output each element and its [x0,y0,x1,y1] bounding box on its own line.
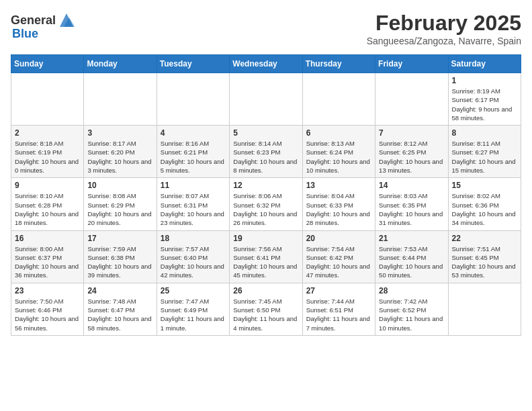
calendar-cell [11,73,84,126]
day-number: 16 [15,234,80,243]
day-number: 18 [161,234,226,243]
calendar-week-row: 1Sunrise: 8:19 AM Sunset: 6:17 PM Daylig… [11,73,521,126]
day-info: Sunrise: 7:59 AM Sunset: 6:38 PM Dayligh… [87,244,152,280]
weekday-header-saturday: Saturday [448,55,521,73]
day-info: Sunrise: 8:02 AM Sunset: 6:36 PM Dayligh… [452,191,517,227]
weekday-header-friday: Friday [375,55,448,73]
calendar-cell [302,73,375,126]
calendar-cell: 20Sunrise: 7:54 AM Sunset: 6:42 PM Dayli… [302,230,375,283]
calendar-cell: 28Sunrise: 7:42 AM Sunset: 6:52 PM Dayli… [375,283,448,335]
day-number: 6 [306,128,371,138]
logo-icon [57,11,76,30]
day-number: 1 [452,76,517,85]
weekday-header-thursday: Thursday [302,55,375,73]
calendar-cell: 14Sunrise: 8:03 AM Sunset: 6:35 PM Dayli… [375,178,448,230]
day-info: Sunrise: 8:11 AM Sunset: 6:27 PM Dayligh… [452,139,517,175]
calendar-cell: 6Sunrise: 8:13 AM Sunset: 6:24 PM Daylig… [302,126,375,178]
day-number: 12 [233,181,298,190]
day-number: 25 [161,286,226,295]
calendar-table: SundayMondayTuesdayWednesdayThursdayFrid… [11,54,521,336]
calendar-cell: 5Sunrise: 8:14 AM Sunset: 6:23 PM Daylig… [230,126,302,178]
day-info: Sunrise: 7:44 AM Sunset: 6:51 PM Dayligh… [306,297,371,332]
calendar-cell: 7Sunrise: 8:12 AM Sunset: 6:25 PM Daylig… [375,126,448,178]
day-number: 20 [306,234,371,243]
calendar-cell: 25Sunrise: 7:47 AM Sunset: 6:49 PM Dayli… [157,283,229,335]
weekday-header-sunday: Sunday [11,55,84,73]
day-info: Sunrise: 7:56 AM Sunset: 6:41 PM Dayligh… [233,244,298,280]
day-info: Sunrise: 7:50 AM Sunset: 6:46 PM Dayligh… [15,297,80,332]
calendar-cell: 18Sunrise: 7:57 AM Sunset: 6:40 PM Dayli… [157,230,229,283]
day-info: Sunrise: 8:13 AM Sunset: 6:24 PM Dayligh… [306,139,371,175]
calendar-cell: 2Sunrise: 8:18 AM Sunset: 6:19 PM Daylig… [11,126,84,178]
calendar-cell: 9Sunrise: 8:10 AM Sunset: 6:28 PM Daylig… [11,178,84,230]
calendar-cell: 27Sunrise: 7:44 AM Sunset: 6:51 PM Dayli… [302,283,375,335]
calendar-cell [157,73,229,126]
calendar-cell: 13Sunrise: 8:04 AM Sunset: 6:33 PM Dayli… [302,178,375,230]
calendar-cell: 12Sunrise: 8:06 AM Sunset: 6:32 PM Dayli… [230,178,302,230]
day-info: Sunrise: 8:04 AM Sunset: 6:33 PM Dayligh… [306,191,371,227]
calendar-cell: 24Sunrise: 7:48 AM Sunset: 6:47 PM Dayli… [84,283,157,335]
day-info: Sunrise: 8:06 AM Sunset: 6:32 PM Dayligh… [233,191,298,227]
day-info: Sunrise: 8:07 AM Sunset: 6:31 PM Dayligh… [161,191,226,227]
day-info: Sunrise: 8:08 AM Sunset: 6:29 PM Dayligh… [87,191,152,227]
day-number: 4 [161,128,226,138]
calendar-cell: 26Sunrise: 7:45 AM Sunset: 6:50 PM Dayli… [230,283,302,335]
calendar-week-row: 2Sunrise: 8:18 AM Sunset: 6:19 PM Daylig… [11,126,521,178]
day-info: Sunrise: 8:19 AM Sunset: 6:17 PM Dayligh… [452,87,517,122]
logo-general-text: General [11,13,56,28]
calendar-cell: 11Sunrise: 8:07 AM Sunset: 6:31 PM Dayli… [157,178,229,230]
day-info: Sunrise: 8:10 AM Sunset: 6:28 PM Dayligh… [15,191,80,227]
day-number: 9 [15,181,80,190]
day-number: 14 [379,181,444,190]
day-number: 2 [15,128,80,138]
calendar-week-row: 16Sunrise: 8:00 AM Sunset: 6:37 PM Dayli… [11,230,521,283]
day-info: Sunrise: 8:16 AM Sunset: 6:21 PM Dayligh… [161,139,226,175]
day-info: Sunrise: 7:51 AM Sunset: 6:45 PM Dayligh… [452,244,517,280]
day-number: 3 [87,128,152,138]
calendar-cell: 15Sunrise: 8:02 AM Sunset: 6:36 PM Dayli… [448,178,521,230]
day-number: 28 [379,286,444,295]
title-area: February 2025 Sangueesa/Zangoza, Navarre… [367,11,521,46]
day-number: 7 [379,128,444,138]
calendar-cell: 4Sunrise: 8:16 AM Sunset: 6:21 PM Daylig… [157,126,229,178]
day-number: 27 [306,286,371,295]
calendar-cell: 23Sunrise: 7:50 AM Sunset: 6:46 PM Dayli… [11,283,84,335]
day-number: 23 [15,286,80,295]
calendar-cell: 21Sunrise: 7:53 AM Sunset: 6:44 PM Dayli… [375,230,448,283]
day-info: Sunrise: 8:14 AM Sunset: 6:23 PM Dayligh… [233,139,298,175]
calendar-subtitle: Sangueesa/Zangoza, Navarre, Spain [367,36,521,46]
day-info: Sunrise: 7:47 AM Sunset: 6:49 PM Dayligh… [161,297,226,332]
header: General Blue February 2025 Sangueesa/Zan… [11,11,521,46]
day-info: Sunrise: 8:03 AM Sunset: 6:35 PM Dayligh… [379,191,444,227]
calendar-week-row: 23Sunrise: 7:50 AM Sunset: 6:46 PM Dayli… [11,283,521,335]
day-number: 8 [452,128,517,138]
day-number: 15 [452,181,517,190]
weekday-header-row: SundayMondayTuesdayWednesdayThursdayFrid… [11,55,521,73]
calendar-cell [448,283,521,335]
calendar-cell [84,73,157,126]
day-info: Sunrise: 8:12 AM Sunset: 6:25 PM Dayligh… [379,139,444,175]
day-number: 22 [452,234,517,243]
calendar-cell [230,73,302,126]
calendar-cell: 1Sunrise: 8:19 AM Sunset: 6:17 PM Daylig… [448,73,521,126]
day-info: Sunrise: 7:57 AM Sunset: 6:40 PM Dayligh… [161,244,226,280]
calendar-cell: 8Sunrise: 8:11 AM Sunset: 6:27 PM Daylig… [448,126,521,178]
day-number: 5 [233,128,298,138]
day-number: 11 [161,181,226,190]
weekday-header-monday: Monday [84,55,157,73]
day-number: 21 [379,234,444,243]
weekday-header-wednesday: Wednesday [230,55,302,73]
calendar-cell [375,73,448,126]
day-number: 19 [233,234,298,243]
calendar-cell: 19Sunrise: 7:56 AM Sunset: 6:41 PM Dayli… [230,230,302,283]
day-info: Sunrise: 7:48 AM Sunset: 6:47 PM Dayligh… [87,297,152,332]
day-number: 24 [87,286,152,295]
day-number: 17 [87,234,152,243]
calendar-cell: 17Sunrise: 7:59 AM Sunset: 6:38 PM Dayli… [84,230,157,283]
calendar-cell: 3Sunrise: 8:17 AM Sunset: 6:20 PM Daylig… [84,126,157,178]
day-number: 13 [306,181,371,190]
weekday-header-tuesday: Tuesday [157,55,229,73]
calendar-cell: 10Sunrise: 8:08 AM Sunset: 6:29 PM Dayli… [84,178,157,230]
day-number: 10 [87,181,152,190]
day-info: Sunrise: 7:45 AM Sunset: 6:50 PM Dayligh… [233,297,298,332]
